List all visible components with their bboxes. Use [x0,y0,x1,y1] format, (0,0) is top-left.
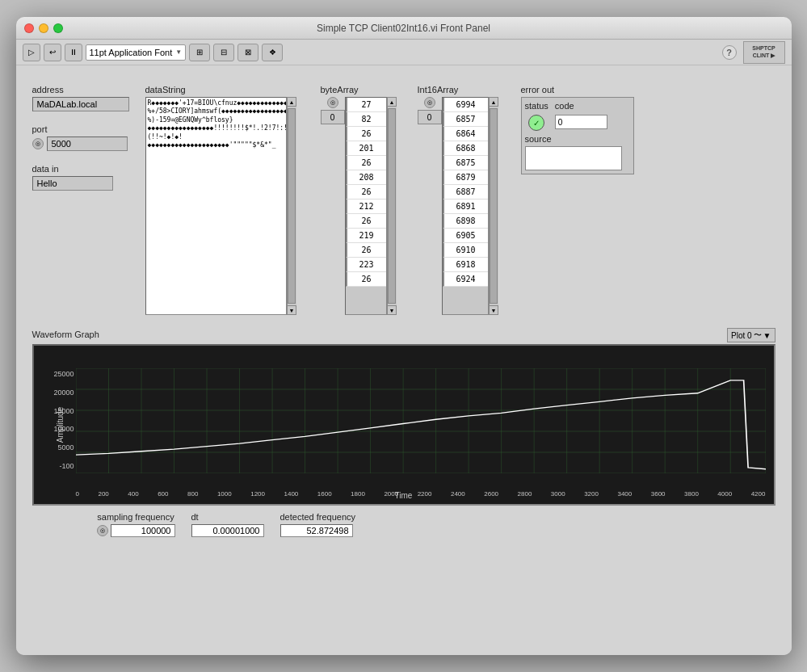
abort-btn[interactable]: ⏸ [65,44,82,61]
scroll-up-btn[interactable]: ▲ [287,97,296,107]
maximize-button[interactable] [53,23,63,33]
list-item: 26 [346,185,386,200]
port-input[interactable]: 5000 [47,136,128,151]
x-tick: 200 [98,490,108,498]
x-axis-label: Time [395,491,413,500]
scroll-thumb[interactable] [288,108,296,304]
list-item: 6879 [443,170,488,185]
data-string-display: R◆◆◆◆◆◆◆'+17=BIOU\cfnuz◆◆◆◆◆◆◆◆◆◆◆◆◆◆◆◆◆… [145,97,287,315]
x-tick: 400 [128,490,138,498]
close-button[interactable] [24,23,34,33]
data-in-label: data in [32,164,129,174]
ba-scroll-thumb[interactable] [388,108,396,304]
byte-array-section: byteArray ◎ 0 27 82 26 201 26 208 26 2 [321,85,397,315]
list-item: 212 [346,200,386,214]
ba-scroll-down[interactable]: ▼ [387,305,397,315]
ba-scroll-up[interactable]: ▲ [387,97,397,107]
x-tick: 2800 [518,490,532,498]
font-selector[interactable]: 11pt Application Font ▼ [86,44,187,61]
y-tick: 5000 [57,443,74,452]
x-tick: 0 [76,490,79,498]
x-tick: 1400 [284,490,298,498]
port-knob-icon[interactable]: ◎ [32,138,44,149]
x-tick: 3200 [584,490,599,498]
list-item: 6898 [443,214,488,229]
list-item: 6857 [443,112,488,127]
dt-value: 0.00001000 [191,524,264,537]
traffic-lights [24,23,63,33]
data-string-scrollbar[interactable]: ▲ ▼ [287,97,296,315]
x-tick: 1000 [217,490,232,498]
sampling-freq-label: sampling frequency [97,512,174,522]
int16-scrollbar[interactable]: ▲ ▼ [489,97,498,315]
int16-array-index[interactable]: 0 [418,110,442,124]
list-item: 26 [346,156,386,170]
x-tick: 3400 [617,490,632,498]
list-item: 6868 [443,141,488,156]
toolbar: ▷ ↩ ⏸ 11pt Application Font ▼ ⊞ ⊟ ⊠ ❖ ? … [16,40,792,65]
list-item: 6924 [443,272,488,287]
y-tick: -100 [59,462,74,470]
byte-array-knob[interactable]: ◎ [327,97,338,108]
source-field [525,146,622,170]
byte-array-label: byteArray [321,85,359,94]
plot-label: Plot 0 [731,331,752,340]
y-tick: 20000 [53,388,74,397]
data-in-section: data in Hello [32,164,129,191]
x-tick: 4200 [751,490,766,498]
y-tick: 15000 [53,407,74,415]
list-item: 26 [346,214,386,229]
i16-scroll-down[interactable]: ▼ [489,305,498,315]
x-tick: 2600 [484,490,498,498]
dt-label: dt [191,512,264,522]
status-indicator: ✓ [528,115,544,131]
waveform-graph[interactable]: Amplitude 25000 20000 15000 10000 5000 -… [32,344,775,506]
list-item: 6918 [443,258,488,272]
plot-control[interactable]: Plot 0 〜 ▼ [727,328,775,342]
int16-array-label: Int16Array [418,85,459,94]
minimize-button[interactable] [39,23,48,33]
top-row: address MaDALab.local port ◎ 5000 data i… [32,82,775,315]
byte-array-index[interactable]: 0 [321,110,345,124]
data-in-input[interactable]: Hello [32,176,113,191]
x-tick: 1600 [317,490,332,498]
list-item: 6910 [443,243,488,258]
x-tick: 3600 [651,490,666,498]
int16-knob[interactable]: ◎ [424,97,435,108]
address-input[interactable]: MaDALab.local [32,97,129,111]
list-item: 26 [346,127,386,141]
plot-dropdown-icon[interactable]: ▼ [763,331,771,340]
data-string-label: dataString [145,85,296,94]
waveform-label: Waveform Graph [32,330,99,339]
x-tick: 2200 [418,490,432,498]
align-btn[interactable]: ⊞ [189,44,210,61]
run-cont-btn[interactable]: ↩ [44,44,61,61]
sampling-knob[interactable]: ◎ [97,525,108,536]
run-arrow-btn[interactable]: ▷ [23,44,40,61]
error-cluster: status ✓ code 0 source [521,97,634,174]
dist-btn[interactable]: ⊟ [213,44,234,61]
x-tick: 1800 [351,490,365,498]
i16-scroll-thumb[interactable] [490,108,498,304]
list-item: 219 [346,229,386,243]
code-label: code [555,101,607,111]
waveform-svg [76,368,766,473]
window-title: Simple TCP Client02Int16.vi Front Panel [317,23,490,34]
resize-btn[interactable]: ⊠ [237,44,258,61]
address-label: address [32,85,129,94]
list-item: 27 [346,98,386,112]
byte-array-scrollbar[interactable]: ▲ ▼ [387,97,397,315]
i16-scroll-up[interactable]: ▲ [489,97,498,107]
scroll-down-btn[interactable]: ▼ [287,305,296,315]
waveform-section: Waveform Graph Plot 0 〜 ▼ Amplitude 2500… [32,328,775,537]
x-tick: 2400 [451,490,465,498]
detected-freq-section: detected frequency 52.872498 [280,512,356,537]
order-btn[interactable]: ❖ [262,44,283,61]
sampling-freq-value: 100000 [111,524,175,537]
list-item: 6875 [443,156,488,170]
list-item: 6891 [443,200,488,214]
help-button[interactable]: ? [722,45,737,60]
content-area: address MaDALab.local port ◎ 5000 data i… [16,65,792,655]
address-section: address MaDALab.local [32,85,129,111]
list-item: 6887 [443,185,488,200]
